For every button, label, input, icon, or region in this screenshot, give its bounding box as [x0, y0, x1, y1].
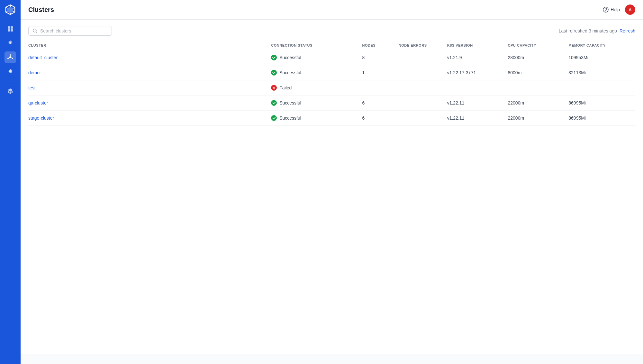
svg-marker-1 — [7, 7, 13, 13]
svg-point-22 — [33, 29, 36, 32]
cell-nodes: 6 — [362, 111, 398, 126]
cell-node-errors — [399, 111, 447, 126]
cell-cpu-capacity — [508, 80, 568, 96]
success-icon — [271, 70, 277, 76]
cell-status: Successful — [271, 50, 362, 65]
cell-memory-capacity: 109953Mi — [568, 50, 635, 65]
grid-icon[interactable] — [5, 23, 16, 35]
cell-cpu-capacity: 8000m — [508, 65, 568, 80]
svg-rect-11 — [11, 29, 13, 32]
toolbar: Last refreshed 3 minutes ago Refresh — [28, 26, 635, 36]
table-row: default_cluster Successful8v1.21.928000m… — [28, 50, 635, 65]
toolbar-right: Last refreshed 3 minutes ago Refresh — [559, 28, 635, 33]
col-cluster: CLUSTER — [28, 41, 271, 50]
cell-k8s-version: v1.21.9 — [447, 50, 508, 65]
cluster-link[interactable]: stage-cluster — [28, 115, 54, 121]
search-input[interactable] — [40, 28, 108, 33]
status-text: Successful — [279, 115, 301, 121]
svg-point-20 — [603, 7, 608, 12]
cell-memory-capacity — [568, 80, 635, 96]
svg-rect-8 — [8, 26, 10, 29]
last-refreshed-text: Last refreshed 3 minutes ago — [559, 28, 617, 33]
table-row: stage-cluster Successful6v1.22.1122000m8… — [28, 111, 635, 126]
cell-k8s-version: v1.22.17-3+71... — [447, 65, 508, 80]
cell-node-errors — [399, 50, 447, 65]
cell-cluster: qa-cluster — [28, 96, 271, 111]
cell-k8s-version: v1.22.11 — [447, 96, 508, 111]
svg-point-15 — [12, 58, 13, 59]
status-text: Successful — [279, 100, 301, 105]
cell-cpu-capacity: 22000m — [508, 96, 568, 111]
cell-k8s-version: v1.22.11 — [447, 111, 508, 126]
failed-icon — [271, 85, 277, 91]
cell-cluster: default_cluster — [28, 50, 271, 65]
svg-rect-10 — [8, 29, 10, 32]
status-text: Failed — [279, 85, 292, 90]
help-button[interactable]: Help — [603, 7, 620, 13]
cell-k8s-version — [447, 80, 508, 96]
cell-cpu-capacity: 28000m — [508, 50, 568, 65]
svg-point-14 — [10, 54, 11, 56]
col-k8s-version: K8S VERSION — [447, 41, 508, 50]
svg-point-21 — [606, 11, 606, 11]
table-row: demo Successful1v1.22.17-3+71...8000m321… — [28, 65, 635, 80]
main-content: Clusters Help A — [21, 0, 643, 364]
cell-cluster: stage-cluster — [28, 111, 271, 126]
cell-cpu-capacity: 22000m — [508, 111, 568, 126]
table-row: test Failed — [28, 80, 635, 96]
refresh-button[interactable]: Refresh — [620, 28, 635, 33]
settings-star-icon[interactable] — [5, 37, 16, 49]
cell-node-errors — [399, 96, 447, 111]
svg-line-23 — [36, 32, 37, 33]
cluster-link[interactable]: demo — [28, 70, 40, 75]
search-box[interactable] — [28, 26, 112, 36]
col-nodes: NODES — [362, 41, 398, 50]
cluster-nav-icon[interactable] — [5, 51, 16, 63]
cell-nodes: 8 — [362, 50, 398, 65]
table-header: CLUSTER CONNECTION STATUS NODES NODE ERR… — [28, 41, 635, 50]
cell-status: Successful — [271, 65, 362, 80]
layers-nav-icon[interactable] — [5, 85, 16, 97]
logo[interactable] — [5, 4, 16, 15]
avatar[interactable]: A — [625, 5, 635, 15]
cell-nodes: 1 — [362, 65, 398, 80]
search-icon — [32, 28, 38, 33]
col-node-errors: NODE ERRORS — [399, 41, 447, 50]
col-cpu-capacity: CPU CAPACITY — [508, 41, 568, 50]
cell-nodes: 6 — [362, 96, 398, 111]
status-bar — [21, 354, 643, 364]
cell-status: Successful — [271, 96, 362, 111]
table-row: qa-cluster Successful6v1.22.1122000m8699… — [28, 96, 635, 111]
cell-status: Successful — [271, 111, 362, 126]
status-text: Successful — [279, 55, 301, 60]
header-right: Help A — [603, 5, 635, 15]
svg-point-16 — [7, 58, 9, 59]
cell-memory-capacity: 86995Mi — [568, 96, 635, 111]
cell-nodes — [362, 80, 398, 96]
svg-line-18 — [11, 58, 12, 58]
cell-status: Failed — [271, 80, 362, 96]
status-text: Successful — [279, 70, 301, 75]
table-body: default_cluster Successful8v1.21.928000m… — [28, 50, 635, 126]
top-header: Clusters Help A — [21, 0, 643, 20]
gear-nav-icon[interactable] — [5, 66, 16, 77]
cell-cluster: demo — [28, 65, 271, 80]
cell-cluster: test — [28, 80, 271, 96]
cluster-link[interactable]: test — [28, 85, 36, 90]
cluster-link[interactable]: default_cluster — [28, 55, 58, 60]
col-memory-capacity: MEMORY CAPACITY — [568, 41, 635, 50]
svg-rect-9 — [11, 26, 13, 29]
cell-memory-capacity: 32113Mi — [568, 65, 635, 80]
help-icon — [603, 7, 609, 13]
cell-node-errors — [399, 80, 447, 96]
success-icon — [271, 55, 277, 60]
cell-memory-capacity: 86995Mi — [568, 111, 635, 126]
col-connection-status: CONNECTION STATUS — [271, 41, 362, 50]
cluster-link[interactable]: qa-cluster — [28, 100, 48, 105]
success-icon — [271, 115, 277, 121]
success-icon — [271, 100, 277, 106]
svg-point-13 — [9, 56, 11, 58]
svg-line-19 — [9, 58, 10, 58]
clusters-table: CLUSTER CONNECTION STATUS NODES NODE ERR… — [28, 41, 635, 126]
page-title: Clusters — [28, 6, 54, 14]
